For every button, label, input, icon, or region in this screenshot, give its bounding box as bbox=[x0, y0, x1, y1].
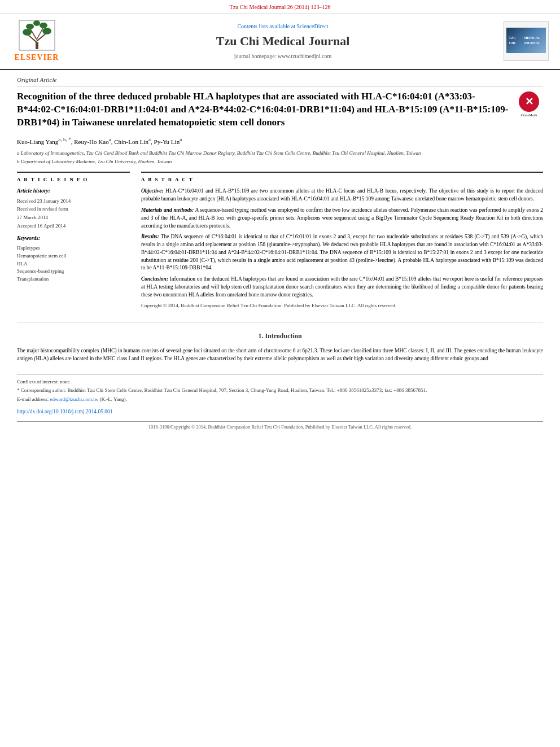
results-text: The DNA sequence of C*16:04:01 is identi… bbox=[141, 234, 543, 270]
abstract-heading: A B S T R A C T bbox=[141, 176, 543, 184]
conflicts-of-interest: Conflicts of interest: none. bbox=[17, 378, 543, 386]
issn-line: 1016-3190/Copyright © 2014, Buddhist Com… bbox=[148, 424, 412, 430]
authors-line: Kuo-Liang Yanga, b, *, Reuy-Ho Kaoa, Chi… bbox=[17, 136, 543, 146]
results-label: Results: bbox=[141, 234, 159, 239]
conclusion-text: Information on the deduced HLA haplotype… bbox=[141, 276, 543, 298]
keyword-1: Haplotypes bbox=[17, 244, 130, 252]
abstract-text: Objective: HLA-C*16:04:01 and HLA-B*15:1… bbox=[141, 187, 543, 309]
elsevier-logo: ELSEVIER bbox=[11, 20, 62, 63]
objective-text: HLA-C*16:04:01 and HLA-B*15:109 are two … bbox=[141, 188, 543, 202]
affiliation-a: a Laboratory of Immunogenetics, Tzu Chi … bbox=[17, 150, 543, 158]
journal-title: Tzu Chi Medical Journal bbox=[73, 33, 492, 50]
author4-name: Py-Yu Lin bbox=[154, 138, 180, 145]
main-content: Original Article Recognition of the thre… bbox=[0, 70, 560, 443]
doi-url[interactable]: http://dx.doi.org/10.1016/j.tcmj.2014.05… bbox=[17, 409, 113, 414]
crossmark-badge[interactable]: ✕ CrossMark bbox=[515, 90, 543, 119]
revised-date: 27 March 2014 bbox=[17, 214, 130, 221]
two-column-layout: A R T I C L E I N F O Article history: R… bbox=[17, 172, 543, 313]
objective-label: Objective: bbox=[141, 188, 164, 194]
email-link[interactable]: edward@tzuchi.com.tw bbox=[50, 396, 98, 402]
doi-link[interactable]: http://dx.doi.org/10.1016/j.tcmj.2014.05… bbox=[17, 408, 543, 416]
svg-point-8 bbox=[40, 23, 47, 28]
author1-name: Kuo-Liang Yang bbox=[17, 138, 58, 145]
bottom-bar: 1016-3190/Copyright © 2014, Buddhist Com… bbox=[17, 421, 543, 431]
keyword-3: HLA bbox=[17, 260, 130, 268]
svg-rect-0 bbox=[36, 42, 38, 49]
svg-point-9 bbox=[33, 20, 40, 26]
author3-name: Chin-Lon Lin bbox=[114, 138, 148, 145]
corresponding-label: * Corresponding author. bbox=[17, 387, 66, 393]
journal-center: Contents lists available at ScienceDirec… bbox=[73, 23, 492, 60]
abstract-methods: Materials and methods: A sequence-based … bbox=[141, 207, 543, 230]
copyright-text: Copyright © 2014, Buddhist Compassion Re… bbox=[141, 302, 543, 309]
methods-label: Materials and methods: bbox=[141, 207, 194, 213]
elsevier-tree-icon bbox=[19, 20, 55, 51]
journal-logo-image: TZU CHI MEDICAL JOURNAL bbox=[506, 28, 546, 53]
email-suffix: (K.-L. Yang). bbox=[100, 396, 127, 402]
abstract-results: Results: The DNA sequence of C*16:04:01 … bbox=[141, 233, 543, 272]
elsevier-text: ELSEVIER bbox=[15, 52, 59, 63]
corresponding-text: Buddhist Tzu Chi Stem Cells Centre, Budd… bbox=[68, 387, 427, 393]
article-info-heading: A R T I C L E I N F O bbox=[17, 176, 130, 184]
abstract-conclusion: Conclusion: Information on the deduced H… bbox=[141, 276, 543, 299]
article-title: Recognition of the three deduced probabl… bbox=[17, 90, 543, 129]
keyword-4: Sequence-based typing bbox=[17, 268, 130, 275]
keyword-2: Hematopoietic stem cell bbox=[17, 252, 130, 260]
conclusion-label: Conclusion: bbox=[141, 276, 168, 282]
article-history-label: Article history: bbox=[17, 187, 130, 195]
abstract-objective: Objective: HLA-C*16:04:01 and HLA-B*15:1… bbox=[141, 187, 543, 203]
crossmark-icon: ✕ bbox=[519, 91, 539, 112]
corresponding-author: * Corresponding author. Buddhist Tzu Chi… bbox=[17, 387, 543, 395]
author1-sup: a, b, * bbox=[58, 137, 71, 142]
science-direct-link[interactable]: ScienceDirect bbox=[296, 23, 328, 29]
received-date: Received 23 January 2014 bbox=[17, 198, 130, 205]
journal-reference-bar: Tzu Chi Medical Journal 26 (2014) 123–12… bbox=[0, 0, 560, 14]
email-line: E-mail address: edward@tzuchi.com.tw (K.… bbox=[17, 396, 543, 404]
methods-text: A sequence-based typing method was emplo… bbox=[141, 207, 543, 229]
svg-point-5 bbox=[23, 29, 32, 36]
svg-point-7 bbox=[26, 24, 34, 29]
footnotes: Conflicts of interest: none. * Correspon… bbox=[17, 374, 543, 416]
science-direct-line: Contents lists available at ScienceDirec… bbox=[73, 23, 492, 30]
introduction-section: 1. Introduction The major histocompatibi… bbox=[17, 331, 543, 362]
received-revised-label: Received in revised form bbox=[17, 206, 130, 213]
introduction-heading: 1. Introduction bbox=[17, 331, 543, 341]
affiliations: a Laboratory of Immunogenetics, Tzu Chi … bbox=[17, 150, 543, 166]
article-section-label: Original Article bbox=[17, 76, 543, 87]
journal-header: ELSEVIER Contents lists available at Sci… bbox=[0, 14, 560, 70]
keywords-label: Keywords: bbox=[17, 235, 130, 242]
affiliation-b: b Department of Laboratory Medicine, Tzu… bbox=[17, 158, 543, 166]
keyword-5: Transplantation bbox=[17, 276, 130, 283]
journal-logo-right: TZU CHI MEDICAL JOURNAL bbox=[504, 21, 549, 61]
svg-point-6 bbox=[42, 28, 51, 34]
introduction-text: The major histocompatibility complex (MH… bbox=[17, 347, 543, 363]
email-label: E-mail address: bbox=[17, 396, 49, 402]
author2-name: Reuy-Ho Kao bbox=[74, 138, 108, 145]
abstract-column: A B S T R A C T Objective: HLA-C*16:04:0… bbox=[141, 172, 543, 313]
journal-ref-text: Tzu Chi Medical Journal 26 (2014) 123–12… bbox=[230, 4, 331, 10]
section-divider bbox=[17, 322, 543, 322]
journal-homepage: journal homepage: www.tzuchimedjnl.com bbox=[73, 53, 492, 60]
article-info-column: A R T I C L E I N F O Article history: R… bbox=[17, 172, 130, 313]
intro-paragraph-1: The major histocompatibility complex (MH… bbox=[17, 347, 543, 363]
author4-sup: a bbox=[180, 137, 182, 142]
accepted-date: Accepted 16 April 2014 bbox=[17, 222, 130, 230]
crossmark-label: CrossMark bbox=[520, 113, 537, 117]
